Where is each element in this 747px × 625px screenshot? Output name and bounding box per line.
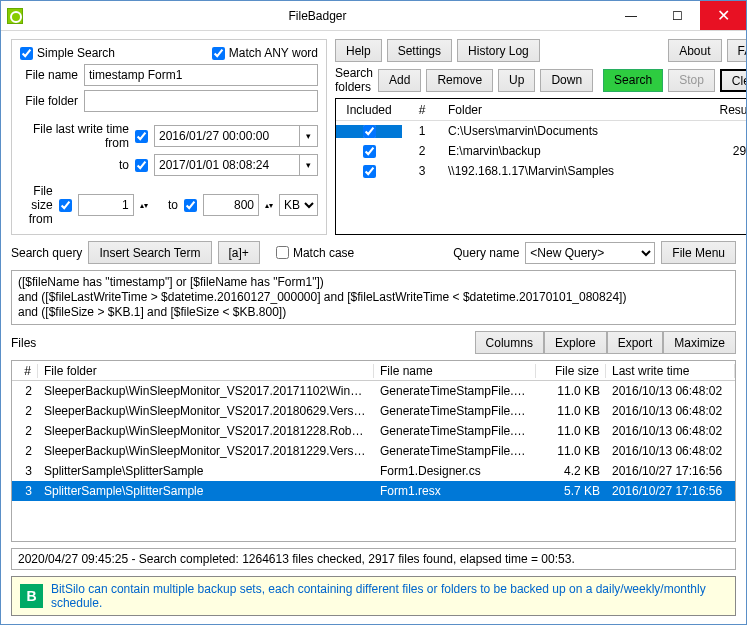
titlebar: FileBadger — ☐ ✕ [1, 1, 746, 31]
remove-button[interactable]: Remove [426, 69, 493, 92]
a-plus-button[interactable]: [a]+ [218, 241, 260, 264]
folder-input[interactable] [84, 90, 318, 112]
lwt-from-checkbox[interactable] [135, 130, 148, 143]
result-row[interactable]: 3SplitterSample\SplitterSampleForm1.Desi… [12, 461, 735, 481]
minimize-button[interactable]: — [608, 1, 654, 30]
folder-row[interactable]: 2E:\marvin\backup2914 [336, 141, 746, 161]
add-button[interactable]: Add [378, 69, 421, 92]
explore-button[interactable]: Explore [544, 331, 607, 354]
last-write-from-label: File last write time from [20, 122, 129, 150]
size-from-checkbox[interactable] [59, 199, 72, 212]
folder-label: File folder [20, 94, 78, 108]
maximize-button[interactable]: ☐ [654, 1, 700, 30]
size-from-input[interactable] [78, 194, 134, 216]
query-name-label: Query name [453, 246, 519, 260]
filename-label: File name [20, 68, 78, 82]
query-text[interactable]: ([$fileName has "timestamp"] or [$fileNa… [11, 270, 736, 325]
match-case-checkbox[interactable]: Match case [276, 246, 354, 260]
window-title: FileBadger [27, 9, 608, 23]
query-name-select[interactable]: <New Query> [525, 242, 655, 264]
folders-header: Included # Folder Results [336, 99, 746, 121]
search-folders-label: Search folders [335, 66, 373, 94]
match-any-checkbox[interactable]: Match ANY word [212, 46, 318, 60]
app-icon [7, 8, 23, 24]
export-button[interactable]: Export [607, 331, 664, 354]
result-row[interactable]: 2SleeperBackup\WinSleepMonitor_VS2017.20… [12, 401, 735, 421]
maximize-button-files[interactable]: Maximize [663, 331, 736, 354]
results-header: # File folder File name File size Last w… [12, 361, 735, 381]
size-to-checkbox[interactable] [184, 199, 197, 212]
folders-table[interactable]: Included # Folder Results 1C:\Users\marv… [335, 98, 746, 235]
size-unit-select[interactable]: KB [279, 194, 318, 216]
about-button[interactable]: About [668, 39, 721, 62]
folder-row[interactable]: 1C:\Users\marvin\Documents1 [336, 121, 746, 141]
status-bar: 2020/04/27 09:45:25 - Search completed: … [11, 548, 736, 570]
results-table[interactable]: # File folder File name File size Last w… [11, 360, 736, 542]
lwt-to-input[interactable]: ▾ [154, 154, 318, 176]
history-log-button[interactable]: History Log [457, 39, 540, 62]
result-row[interactable]: 3SplitterSample\SplitterSampleForm1.resx… [12, 481, 735, 501]
settings-button[interactable]: Settings [387, 39, 452, 62]
up-button[interactable]: Up [498, 69, 535, 92]
size-to-input[interactable] [203, 194, 259, 216]
simple-search-panel: Simple Search Match ANY word File name F… [11, 39, 327, 235]
simple-search-checkbox[interactable]: Simple Search [20, 46, 115, 60]
clear-button[interactable]: Clear [720, 69, 746, 92]
folder-row[interactable]: 3\\192.168.1.17\Marvin\Samples2 [336, 161, 746, 181]
size-to-label: to [154, 198, 178, 212]
result-row[interactable]: 2SleeperBackup\WinSleepMonitor_VS2017.20… [12, 441, 735, 461]
insert-search-term-button[interactable]: Insert Search Term [88, 241, 211, 264]
lwt-to-checkbox[interactable] [135, 159, 148, 172]
search-button[interactable]: Search [603, 69, 663, 92]
result-row[interactable]: 2SleeperBackup\WinSleepMonitor_VS2017.20… [12, 421, 735, 441]
help-button[interactable]: Help [335, 39, 382, 62]
last-write-to-label: to [20, 158, 129, 172]
down-button[interactable]: Down [540, 69, 593, 92]
size-from-label: File size from [20, 184, 53, 226]
promo-text: BitSilo can contain multiple backup sets… [51, 582, 727, 610]
stop-button[interactable]: Stop [668, 69, 715, 92]
close-button[interactable]: ✕ [700, 1, 746, 30]
files-label: Files [11, 336, 36, 350]
columns-button[interactable]: Columns [475, 331, 544, 354]
faq-button[interactable]: FAQ [727, 39, 747, 62]
bitsilo-icon: B [20, 584, 43, 608]
promo-banner[interactable]: B BitSilo can contain multiple backup se… [11, 576, 736, 616]
result-row[interactable]: 2SleeperBackup\WinSleepMonitor_VS2017.20… [12, 381, 735, 401]
search-query-label: Search query [11, 246, 82, 260]
filename-input[interactable] [84, 64, 318, 86]
file-menu-button[interactable]: File Menu [661, 241, 736, 264]
lwt-from-input[interactable]: ▾ [154, 125, 318, 147]
